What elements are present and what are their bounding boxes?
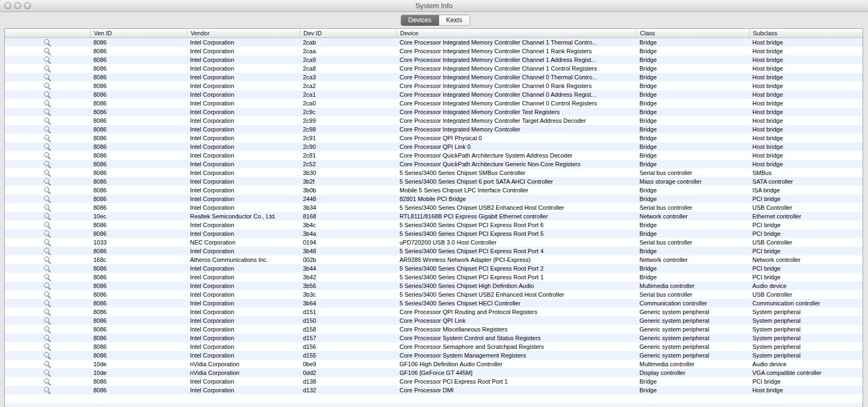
header-device[interactable]: Device	[396, 29, 636, 37]
magnifier-icon[interactable]	[44, 100, 51, 107]
cell-subclass: Host bridge	[749, 38, 863, 47]
magnifier-icon[interactable]	[44, 248, 51, 255]
header-vendor[interactable]: Vendor	[187, 29, 300, 37]
magnifier-icon[interactable]	[44, 196, 51, 203]
header-ven-id[interactable]: Ven ID	[90, 29, 187, 37]
table-row[interactable]: 8086 Intel Corporation 2ca1 Core Process…	[5, 90, 863, 99]
table-row[interactable]: 8086 Intel Corporation 2c90 Core Process…	[5, 142, 863, 151]
magnifier-icon[interactable]	[44, 274, 51, 281]
table-row[interactable]: 8086 Intel Corporation d151 Core Process…	[5, 308, 863, 316]
table-row[interactable]: 10de nVidia Corporation 0dd2 GF106 [GeFo…	[5, 368, 863, 377]
magnifier-icon[interactable]	[44, 204, 51, 211]
table-row[interactable]: 8086 Intel Corporation 2448 82801 Mobile…	[5, 195, 863, 203]
table-row[interactable]: 8086 Intel Corporation 2cab Core Process…	[5, 38, 863, 47]
table-row[interactable]: 8086 Intel Corporation 2c91 Core Process…	[5, 134, 863, 142]
table-row[interactable]: 8086 Intel Corporation d157 Core Process…	[5, 334, 863, 342]
table-row[interactable]: 8086 Intel Corporation 2ca9 Core Process…	[5, 55, 863, 64]
cell-device: Core Processor Integrated Memory Control…	[396, 125, 636, 134]
table-row[interactable]: 8086 Intel Corporation 3b4a 5 Series/340…	[5, 229, 863, 238]
magnifier-icon[interactable]	[44, 387, 51, 394]
table-row[interactable]: 8086 Intel Corporation 3b34 5 Series/340…	[5, 203, 863, 212]
table-row[interactable]: 8086 Intel Corporation 2caa Core Process…	[5, 47, 863, 55]
tab-kexts[interactable]: Kexts	[439, 15, 470, 26]
magnifier-icon[interactable]	[44, 91, 51, 98]
table-row[interactable]: 8086 Intel Corporation 3b48 5 Series/340…	[5, 247, 863, 255]
magnifier-icon[interactable]	[44, 222, 51, 229]
table-row[interactable]: 10de nVidia Corporation 0be9 GF106 High …	[5, 360, 863, 368]
magnifier-icon[interactable]	[44, 39, 51, 46]
cell-class: Bridge	[636, 160, 749, 168]
magnifier-icon[interactable]	[44, 317, 51, 324]
table-row[interactable]: 8086 Intel Corporation 2c52 Core Process…	[5, 160, 863, 168]
table-row[interactable]: 8086 Intel Corporation 2ca8 Core Process…	[5, 64, 863, 73]
table-row[interactable]: 8086 Intel Corporation 3b44 5 Series/340…	[5, 264, 863, 273]
tab-devices[interactable]: Devices	[401, 15, 439, 26]
magnifier-icon[interactable]	[44, 170, 51, 177]
magnifier-icon[interactable]	[44, 135, 51, 142]
magnifier-icon[interactable]	[44, 48, 51, 55]
magnifier-icon[interactable]	[44, 152, 51, 159]
cell-vendor: Intel Corporation	[187, 125, 300, 134]
header-class[interactable]: Class	[636, 29, 749, 37]
table-row[interactable]: 8086 Intel Corporation d138 Core Process…	[5, 377, 863, 386]
table-row[interactable]: 8086 Intel Corporation 2ca3 Core Process…	[5, 73, 863, 82]
magnifier-icon[interactable]	[44, 309, 51, 316]
magnifier-icon[interactable]	[44, 143, 51, 151]
magnifier-icon[interactable]	[44, 239, 51, 246]
magnifier-icon[interactable]	[44, 283, 51, 290]
table-row[interactable]: 8086 Intel Corporation 3b30 5 Series/340…	[5, 168, 863, 177]
cell-device: 5 Series/3400 Series Chipset PCI Express…	[396, 247, 636, 255]
magnifier-icon[interactable]	[44, 83, 51, 90]
table-row[interactable]: 8086 Intel Corporation 2ca0 Core Process…	[5, 99, 863, 108]
table-row[interactable]: 8086 Intel Corporation 2c99 Core Process…	[5, 116, 863, 125]
magnifier-icon[interactable]	[44, 378, 51, 385]
table-row[interactable]: 8086 Intel Corporation 2c81 Core Process…	[5, 151, 863, 160]
magnifier-icon[interactable]	[44, 109, 51, 116]
table-row[interactable]: 8086 Intel Corporation 3b56 5 Series/340…	[5, 281, 863, 290]
magnifier-icon[interactable]	[44, 335, 51, 342]
table-row[interactable]: 8086 Intel Corporation 3b42 5 Series/340…	[5, 273, 863, 281]
magnifier-icon[interactable]	[44, 291, 51, 298]
magnifier-icon[interactable]	[44, 361, 51, 368]
table-row[interactable]: 8086 Intel Corporation 2c9c Core Process…	[5, 108, 863, 116]
table-row[interactable]: 8086 Intel Corporation 2c98 Core Process…	[5, 125, 863, 134]
table-row[interactable]: 8086 Intel Corporation 3b0b Mobile 5 Ser…	[5, 186, 863, 195]
magnifier-icon[interactable]	[44, 256, 51, 264]
table-row[interactable]: 8086 Intel Corporation 3b4c 5 Series/340…	[5, 221, 863, 229]
table-row[interactable]: 8086 Intel Corporation d132 Core Process…	[5, 386, 863, 395]
table-row[interactable]: 8086 Intel Corporation d156 Core Process…	[5, 342, 863, 351]
magnifier-icon[interactable]	[44, 343, 51, 350]
magnifier-icon[interactable]	[44, 74, 51, 81]
table-row[interactable]: 168c Atheros Communications Inc. 002b AR…	[5, 255, 863, 264]
magnifier-icon[interactable]	[44, 57, 51, 64]
table-row[interactable]: 8086 Intel Corporation 3b2f 5 Series/340…	[5, 177, 863, 186]
cell-ven-id: 8086	[90, 351, 187, 360]
header-subclass[interactable]: Subclass	[749, 29, 863, 37]
magnifier-icon[interactable]	[44, 300, 51, 307]
magnifier-icon[interactable]	[44, 117, 51, 124]
table-row[interactable]: 8086 Intel Corporation 3b3c 5 Series/340…	[5, 290, 863, 299]
row-icon-cell	[5, 255, 90, 264]
header-dev-id[interactable]: Dev ID	[300, 29, 396, 37]
magnifier-icon[interactable]	[44, 187, 51, 194]
magnifier-icon[interactable]	[44, 230, 51, 237]
table-row[interactable]: 1033 NEC Corporation 0194 uPD720200 USB …	[5, 238, 863, 247]
magnifier-icon[interactable]	[44, 161, 51, 168]
cell-class: Communication controller	[636, 299, 749, 308]
table-row[interactable]: 8086 Intel Corporation d155 Core Process…	[5, 351, 863, 360]
table-row[interactable]: 8086 Intel Corporation 3b64 5 Series/340…	[5, 299, 863, 308]
magnifier-icon[interactable]	[44, 370, 51, 377]
table-row[interactable]: 8086 Intel Corporation 2ca2 Core Process…	[5, 82, 863, 90]
magnifier-icon[interactable]	[44, 65, 51, 72]
magnifier-icon[interactable]	[44, 265, 51, 272]
table-row[interactable]: 8086 Intel Corporation d158 Core Process…	[5, 325, 863, 334]
magnifier-icon[interactable]	[44, 178, 51, 185]
magnifier-icon[interactable]	[44, 326, 51, 333]
cell-ven-id: 8086	[90, 142, 187, 151]
table-row[interactable]: 8086 Intel Corporation d150 Core Process…	[5, 316, 863, 325]
magnifier-icon[interactable]	[44, 126, 51, 133]
magnifier-icon[interactable]	[44, 213, 51, 220]
cell-dev-id: d138	[300, 377, 396, 386]
table-row[interactable]: 10ec Realtek Semiconductor Co., Ltd. 816…	[5, 212, 863, 221]
magnifier-icon[interactable]	[44, 352, 51, 359]
